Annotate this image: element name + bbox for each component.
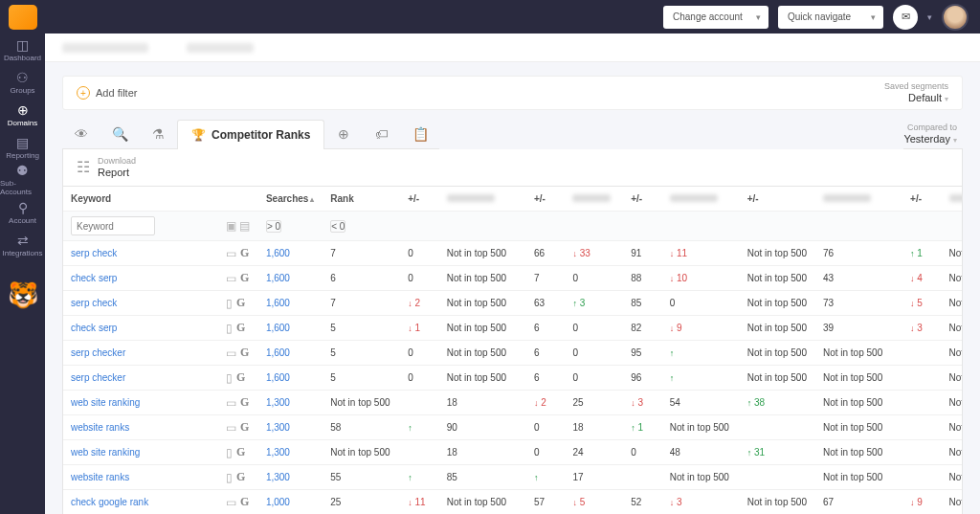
col-delta[interactable]: +/-: [902, 187, 942, 212]
breadcrumb: [45, 34, 980, 62]
breadcrumb-item[interactable]: [62, 43, 148, 53]
searches-value: 1,600: [266, 347, 290, 358]
plus-icon: +: [77, 86, 90, 100]
sidebar-item-reporting[interactable]: ▤Reporting: [0, 131, 45, 164]
table-row: serp checker▯ G1,60050Not in top 5006096…: [63, 366, 963, 391]
col-keyword[interactable]: Keyword: [63, 187, 218, 212]
keyword-link[interactable]: serp check: [71, 248, 117, 258]
searches-value: 1,600: [266, 372, 290, 383]
device-engine-icons: ▭ G: [226, 246, 251, 260]
device-engine-icons: ▯ G: [226, 296, 251, 310]
change-account-dropdown[interactable]: Change account: [663, 6, 768, 29]
report-icon: ☷: [77, 158, 90, 176]
searches-value: 1,300: [266, 472, 290, 482]
searches-value: 1,300: [266, 447, 290, 458]
keyword-link[interactable]: check serp: [71, 323, 117, 333]
col-delta[interactable]: +/-: [400, 187, 439, 212]
keyword-link[interactable]: web site ranking: [71, 447, 140, 458]
sidebar-item-groups[interactable]: ⚇Groups: [0, 66, 45, 99]
searches-value: 1,600: [266, 248, 290, 258]
rankings-table: Keyword Searches▴ Rank +/- +/- +/- +/-: [62, 187, 963, 514]
table-row: check serp▭ G1,60060Not in top 5007088↓ …: [63, 266, 963, 291]
account-icon: ⚲: [18, 201, 28, 214]
tab-binoculars[interactable]: 👁: [62, 120, 100, 149]
tab-flask[interactable]: ⚗: [139, 120, 177, 149]
table-row: serp checker▭ G1,60050Not in top 5006095…: [63, 341, 963, 366]
device-engine-icons: ▭ G: [226, 271, 251, 285]
chevron-down-icon: ▾: [927, 12, 932, 22]
table-row: check serp▯ G1,6005↓ 1Not in top 5006082…: [63, 316, 963, 341]
breadcrumb-item[interactable]: [187, 43, 254, 53]
col-delta[interactable]: +/-: [740, 187, 815, 212]
tab-tag[interactable]: 🏷: [363, 120, 401, 149]
avatar[interactable]: [942, 4, 969, 31]
device-engine-icons: ▯ G: [226, 470, 251, 484]
dashboard-icon: ◫: [16, 38, 29, 52]
table-row: check google rank▭ G1,00025↓ 11Not in to…: [63, 490, 963, 514]
filter-bar: + Add filter Saved segments Default ▾: [62, 76, 963, 110]
sidebar-item-integrations[interactable]: ⇄Integrations: [0, 229, 45, 261]
searches-value: 1,600: [266, 323, 290, 333]
tab-search[interactable]: 🔍: [100, 120, 139, 149]
searches-value: 1,000: [266, 497, 290, 507]
keyword-link[interactable]: serp checker: [71, 372, 125, 383]
sidebar-item-dashboard[interactable]: ◫Dashboard: [0, 34, 45, 66]
table-row: website ranks▯ G1,30055↑ 85↑ 17Not in to…: [63, 465, 963, 490]
keyword-link[interactable]: check google rank: [71, 497, 148, 507]
compared-to-dropdown[interactable]: Compared to Yesterday ▾: [903, 123, 957, 145]
tab-competitor-ranks[interactable]: 🏆 Competitor Ranks: [177, 120, 324, 149]
download-report-button[interactable]: ☷ Download Report: [62, 149, 963, 187]
col-searches[interactable]: Searches▴: [258, 187, 323, 212]
table-row: web site ranking▯ G1,300Not in top 50018…: [63, 440, 963, 465]
topbar: Change account Quick navigate ✉ ▾: [45, 0, 980, 34]
device-engine-icons: ▯ G: [226, 370, 251, 385]
device-engine-icons: ▭ G: [226, 495, 251, 509]
searches-value: 1,600: [266, 298, 290, 308]
table-row: serp check▭ G1,60070Not in top 50066↓ 33…: [63, 241, 963, 266]
col-competitor[interactable]: [815, 187, 902, 212]
keyword-link[interactable]: website ranks: [71, 422, 129, 433]
device-engine-icons: ▭ G: [226, 420, 251, 435]
searches-value: 1,300: [266, 397, 290, 408]
col-delta[interactable]: +/-: [526, 187, 566, 212]
saved-segments-dropdown[interactable]: Saved segments Default ▾: [884, 81, 948, 104]
device-filter[interactable]: ▣ ▤: [226, 219, 251, 233]
table-row: web site ranking▭ G1,300Not in top 50018…: [63, 391, 963, 415]
integrations-icon: ⇄: [17, 234, 29, 247]
logo[interactable]: [0, 0, 45, 34]
mail-icon: ✉: [902, 11, 910, 23]
table-row: website ranks▭ G1,30058↑ 90018↑ 1Not in …: [63, 415, 963, 440]
quick-navigate-dropdown[interactable]: Quick navigate: [778, 6, 883, 29]
keyword-link[interactable]: serp check: [71, 298, 117, 308]
tab-target[interactable]: ⊕: [324, 120, 363, 149]
tab-notes[interactable]: 📋: [401, 120, 439, 149]
keyword-link[interactable]: check serp: [71, 273, 117, 283]
sidebar-item-account[interactable]: ⚲Account: [0, 196, 45, 229]
col-delta[interactable]: +/-: [623, 187, 662, 212]
searches-filter[interactable]: > 0: [266, 220, 281, 233]
keyword-link[interactable]: web site ranking: [71, 397, 140, 408]
keyword-link[interactable]: serp checker: [71, 347, 125, 358]
groups-icon: ⚇: [16, 71, 29, 84]
domains-icon: ⊕: [17, 103, 29, 117]
searches-value: 1,300: [266, 422, 290, 433]
messages-button[interactable]: ✉: [893, 5, 918, 30]
col-competitor[interactable]: [565, 187, 623, 212]
col-competitor[interactable]: [439, 187, 526, 212]
rank-filter[interactable]: < 0: [330, 220, 345, 233]
col-competitor[interactable]: [942, 187, 963, 212]
device-engine-icons: ▯ G: [226, 321, 251, 335]
keyword-link[interactable]: website ranks: [71, 472, 129, 482]
reporting-icon: ▤: [16, 136, 29, 149]
keyword-filter-input[interactable]: [71, 216, 155, 235]
sidebar: ◫Dashboard⚇Groups⊕Domains▤Reporting⚉Sub-…: [0, 0, 45, 514]
sub-accounts-icon: ⚉: [16, 164, 29, 177]
trophy-icon: 🏆: [191, 128, 206, 142]
sidebar-item-sub-accounts[interactable]: ⚉Sub-Accounts: [0, 164, 45, 196]
add-filter-button[interactable]: + Add filter: [77, 86, 137, 100]
tiger-mascot: 🐯: [8, 280, 38, 311]
col-competitor[interactable]: [662, 187, 740, 212]
col-rank[interactable]: Rank: [323, 187, 400, 212]
sidebar-item-domains[interactable]: ⊕Domains: [0, 99, 45, 131]
table-row: serp check▯ G1,6007↓ 2Not in top 50063↑ …: [63, 291, 963, 316]
